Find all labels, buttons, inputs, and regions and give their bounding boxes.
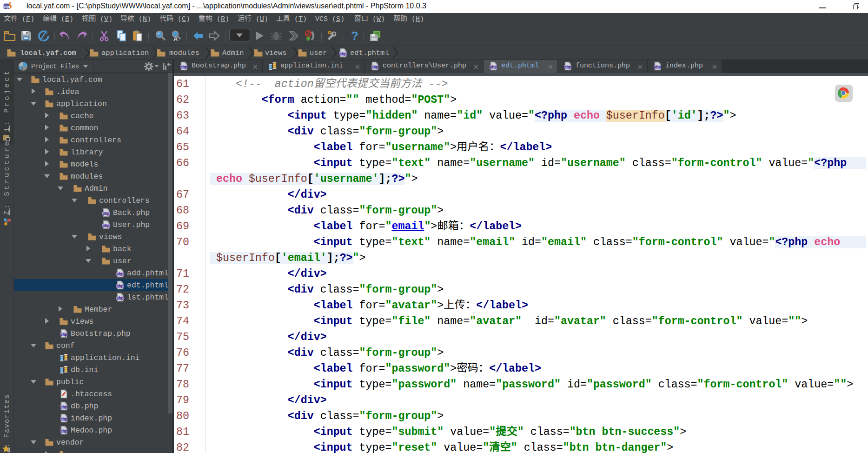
- svg-text:php: php: [116, 284, 124, 288]
- svg-text:php: php: [116, 296, 124, 300]
- svg-text:php: php: [4, 5, 9, 9]
- svg-text:php: php: [102, 223, 110, 228]
- svg-text:php: php: [180, 65, 187, 69]
- svg-text:php: php: [490, 65, 497, 69]
- svg-text:php: php: [60, 429, 67, 433]
- svg-text:php: php: [116, 272, 124, 276]
- svg-text:?: ?: [351, 30, 358, 42]
- svg-text:php: php: [564, 65, 571, 69]
- svg-text:php: php: [60, 417, 67, 421]
- svg-text:php: php: [102, 211, 110, 216]
- svg-text:php: php: [371, 65, 378, 69]
- svg-text:php: php: [60, 405, 67, 409]
- svg-text:A: A: [173, 35, 178, 42]
- svg-text:php: php: [339, 52, 347, 56]
- svg-text:php: php: [60, 332, 67, 337]
- svg-text:php: php: [654, 65, 661, 69]
